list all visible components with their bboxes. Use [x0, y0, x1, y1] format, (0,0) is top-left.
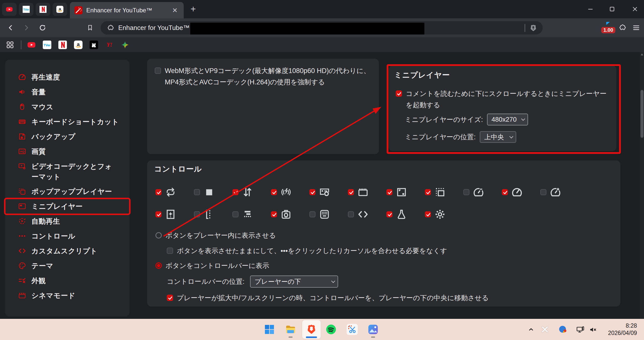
codec-settings-card: WebM形式とVP9コーデック(最大解像度1080p60 HD)の代わりに、MP… [147, 59, 379, 154]
pinned-tab[interactable]: TVer [19, 3, 33, 16]
center-controlbar-checkbox[interactable] [167, 295, 173, 301]
taskbar-app-icon[interactable] [263, 323, 276, 336]
bookmark-favicon[interactable]: TVer [43, 41, 51, 49]
webm-option-checkbox[interactable] [155, 67, 161, 74]
control-toggle-checkbox[interactable] [155, 211, 162, 217]
sidebar-item[interactable]: キーボードショートカット [5, 114, 130, 129]
bookmark-favicon[interactable] [27, 41, 36, 49]
bookmark-favicon[interactable] [121, 41, 129, 49]
sidebar-item[interactable]: バックアップ [5, 129, 130, 144]
active-tab[interactable]: Enhancer for YouTube™ ✕ [70, 2, 184, 18]
window-close-button[interactable] [629, 4, 641, 14]
brave-rewards-button[interactable]: 1.00 [601, 21, 615, 33]
miniplayer-position-select[interactable]: 上中央 [480, 131, 516, 143]
taskbar-clock[interactable]: 8:28 2026/04/09 [608, 322, 637, 337]
control-toggle [309, 186, 348, 198]
sidebar-item[interactable]: 自動再生 [5, 214, 130, 229]
brave-shields-icon[interactable] [528, 22, 539, 34]
tray-chevron-up-icon[interactable] [527, 325, 535, 333]
extensions-button[interactable] [617, 22, 628, 33]
taskbar-app-icon[interactable] [367, 323, 379, 336]
taskbar-app-icon[interactable] [325, 323, 337, 336]
control-button-icon [434, 209, 446, 220]
miniplayer-enable-checkbox[interactable] [396, 90, 402, 97]
sidebar-item[interactable]: テーマ [5, 258, 130, 273]
tray-volume-muted-icon[interactable] [589, 325, 597, 334]
pinned-tab-favicon [6, 6, 13, 13]
control-toggle-checkbox[interactable] [194, 189, 200, 195]
sidebar-item[interactable]: マウス [5, 99, 130, 114]
tray-x-app-icon[interactable] [541, 325, 549, 333]
keep-buttons-row: ボタンを表示させたままにして、•••をクリックしたりカーソルを合わせる必要をなく… [167, 245, 447, 257]
back-button[interactable] [5, 22, 16, 33]
tab-close-icon[interactable]: ✕ [171, 7, 179, 14]
sidebar-item[interactable]: 外観 [5, 273, 130, 288]
display-in-controlbar-radio[interactable] [155, 262, 162, 269]
pinned-tab[interactable] [2, 3, 17, 16]
control-toggle-checkbox[interactable] [425, 211, 431, 217]
sidebar-item[interactable]: ミニプレイヤー [5, 199, 130, 214]
taskbar-app-icon[interactable] [346, 323, 358, 336]
control-toggle-checkbox[interactable] [386, 211, 392, 217]
window-maximize-button[interactable] [606, 4, 618, 14]
menu-button[interactable] [630, 22, 642, 33]
sidebar-item[interactable]: コントロール [5, 229, 130, 244]
control-toggle-checkbox[interactable] [155, 189, 162, 195]
bookmark-icon[interactable] [84, 22, 96, 33]
tab-bar: TVer a Enhancer for YouTube™ ✕ + [0, 0, 644, 18]
apps-grid-icon[interactable] [6, 40, 15, 49]
control-toggle-checkbox[interactable] [194, 211, 200, 217]
control-toggle-checkbox[interactable] [502, 189, 508, 195]
new-tab-button[interactable]: + [188, 5, 198, 14]
miniplayer-settings-card: ミニプレイヤー コメントを読むために下にスクロールするときにミニプレーヤーを起動… [389, 65, 616, 151]
control-toggle [194, 186, 232, 198]
sidebar-item[interactable]: 再生速度 [5, 70, 130, 85]
sidebar-item[interactable]: 音量 [5, 85, 130, 99]
controlbar-position-select[interactable]: プレーヤーの下 [250, 276, 338, 288]
extension-puzzle-icon [107, 24, 114, 31]
page-scrollbar[interactable] [640, 52, 644, 319]
control-toggle-checkbox[interactable] [386, 189, 392, 195]
control-toggle-checkbox[interactable] [540, 189, 546, 195]
forward-button[interactable] [21, 22, 32, 33]
control-toggle-checkbox[interactable] [463, 189, 469, 195]
sidebar-item[interactable]: ポップアッププレイヤー [5, 184, 130, 199]
scrollbar-thumb[interactable] [640, 90, 643, 138]
taskbar-app-icon[interactable] [302, 320, 321, 339]
control-toggle-checkbox[interactable] [348, 189, 354, 195]
controlbar-position-value: プレーヤーの下 [255, 277, 301, 286]
bookmark-favicon[interactable] [58, 41, 67, 49]
control-toggle-checkbox[interactable] [271, 189, 277, 195]
sidebar-item-label: シネマモード [31, 290, 75, 301]
pinned-tab[interactable] [36, 3, 50, 16]
miniplayer-size-select[interactable]: 480x270 [487, 114, 528, 125]
tray-display-pen-icon[interactable] [576, 325, 585, 334]
control-toggle-checkbox[interactable] [425, 189, 431, 195]
control-toggle-checkbox[interactable] [348, 211, 354, 217]
control-toggle-checkbox[interactable] [309, 211, 315, 217]
window-minimize-button[interactable] [585, 4, 596, 14]
bookmark-favicon[interactable]: a [74, 41, 83, 49]
keep-buttons-checkbox[interactable] [167, 248, 173, 254]
sidebar-item-icon [18, 232, 26, 240]
redacted-url-text [190, 23, 424, 35]
sidebar-item[interactable]: シネマモード [5, 288, 130, 303]
taskbar-app-icon[interactable] [284, 323, 297, 336]
svg-text:a: a [77, 41, 80, 47]
control-toggle-checkbox[interactable] [232, 211, 238, 217]
bookmark-favicon[interactable] [90, 41, 98, 49]
control-toggle-checkbox[interactable] [232, 189, 238, 195]
display-in-player-radio[interactable] [155, 232, 162, 239]
sidebar-item[interactable]: ビデオコーデックとフォーマット [5, 159, 130, 184]
scrollbar-up-arrow[interactable] [641, 53, 643, 55]
sidebar-item[interactable]: カスタムスクリプト [5, 244, 130, 258]
pinned-tab[interactable]: a [53, 3, 67, 16]
tray-blue-circle-app-icon[interactable] [558, 325, 568, 334]
control-toggle [386, 209, 425, 220]
chevron-down-icon [331, 279, 335, 283]
control-toggle-checkbox[interactable] [309, 189, 315, 195]
control-toggle-checkbox[interactable] [271, 211, 277, 217]
sidebar-item[interactable]: HQ 画質 [5, 144, 130, 159]
reload-button[interactable] [37, 22, 48, 33]
bookmark-favicon[interactable]: Y! [105, 41, 114, 49]
